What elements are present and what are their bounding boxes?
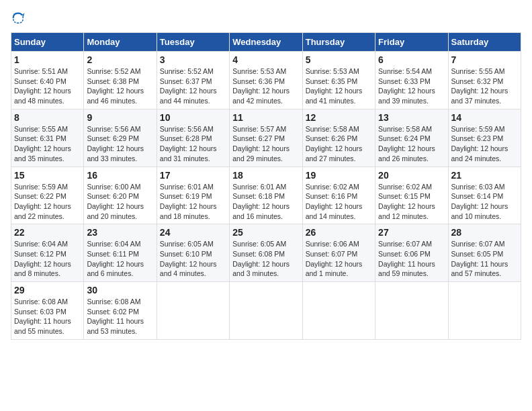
calendar-table: SundayMondayTuesdayWednesdayThursdayFrid… bbox=[11, 32, 521, 340]
calendar-cell: 24Sunrise: 6:05 AMSunset: 6:10 PMDayligh… bbox=[157, 224, 229, 282]
day-number: 22 bbox=[14, 227, 81, 238]
calendar-cell: 15Sunrise: 5:59 AMSunset: 6:22 PMDayligh… bbox=[11, 167, 84, 224]
day-info: Sunrise: 5:58 AMSunset: 6:24 PMDaylight:… bbox=[378, 124, 445, 164]
day-number: 13 bbox=[378, 112, 445, 123]
day-number: 2 bbox=[87, 54, 153, 65]
calendar-cell bbox=[302, 282, 375, 340]
day-number: 9 bbox=[87, 112, 153, 123]
day-info: Sunrise: 5:56 AMSunset: 6:28 PMDaylight:… bbox=[160, 124, 226, 164]
calendar-cell: 8Sunrise: 5:55 AMSunset: 6:31 PMDaylight… bbox=[11, 109, 84, 167]
header-cell-monday: Monday bbox=[84, 33, 157, 52]
calendar-cell: 12Sunrise: 5:58 AMSunset: 6:26 PMDayligh… bbox=[302, 109, 375, 167]
calendar-week-4: 22Sunrise: 6:04 AMSunset: 6:12 PMDayligh… bbox=[11, 224, 521, 282]
day-number: 24 bbox=[160, 227, 226, 238]
calendar-cell: 2Sunrise: 5:52 AMSunset: 6:38 PMDaylight… bbox=[84, 52, 157, 109]
day-number: 25 bbox=[232, 227, 299, 238]
header-cell-wednesday: Wednesday bbox=[230, 33, 302, 52]
day-info: Sunrise: 5:55 AMSunset: 6:32 PMDaylight:… bbox=[451, 66, 518, 106]
day-info: Sunrise: 6:00 AMSunset: 6:20 PMDaylight:… bbox=[87, 182, 153, 222]
day-number: 18 bbox=[232, 170, 299, 181]
day-info: Sunrise: 5:51 AMSunset: 6:40 PMDaylight:… bbox=[14, 66, 81, 106]
day-info: Sunrise: 6:05 AMSunset: 6:10 PMDaylight:… bbox=[160, 239, 226, 279]
calendar-cell: 4Sunrise: 5:53 AMSunset: 6:36 PMDaylight… bbox=[230, 52, 302, 109]
day-number: 20 bbox=[378, 170, 445, 181]
calendar-cell: 21Sunrise: 6:03 AMSunset: 6:14 PMDayligh… bbox=[448, 167, 521, 224]
day-number: 4 bbox=[232, 54, 299, 65]
calendar-cell: 19Sunrise: 6:02 AMSunset: 6:16 PMDayligh… bbox=[302, 167, 375, 224]
calendar-cell: 5Sunrise: 5:53 AMSunset: 6:35 PMDaylight… bbox=[302, 52, 375, 109]
day-info: Sunrise: 5:52 AMSunset: 6:37 PMDaylight:… bbox=[160, 66, 226, 106]
calendar-cell: 25Sunrise: 6:05 AMSunset: 6:08 PMDayligh… bbox=[230, 224, 302, 282]
header-cell-tuesday: Tuesday bbox=[157, 33, 229, 52]
calendar-cell: 23Sunrise: 6:04 AMSunset: 6:11 PMDayligh… bbox=[84, 224, 157, 282]
day-info: Sunrise: 6:02 AMSunset: 6:16 PMDaylight:… bbox=[306, 182, 372, 222]
calendar-cell: 16Sunrise: 6:00 AMSunset: 6:20 PMDayligh… bbox=[84, 167, 157, 224]
day-info: Sunrise: 5:58 AMSunset: 6:26 PMDaylight:… bbox=[306, 124, 372, 164]
calendar-cell bbox=[230, 282, 302, 340]
logo-icon bbox=[11, 11, 26, 26]
calendar-cell: 11Sunrise: 5:57 AMSunset: 6:27 PMDayligh… bbox=[230, 109, 302, 167]
day-number: 3 bbox=[160, 54, 226, 65]
day-info: Sunrise: 6:06 AMSunset: 6:07 PMDaylight:… bbox=[306, 239, 372, 279]
calendar-cell: 10Sunrise: 5:56 AMSunset: 6:28 PMDayligh… bbox=[157, 109, 229, 167]
calendar-cell: 26Sunrise: 6:06 AMSunset: 6:07 PMDayligh… bbox=[302, 224, 375, 282]
calendar-week-1: 1Sunrise: 5:51 AMSunset: 6:40 PMDaylight… bbox=[11, 52, 521, 109]
header-row: SundayMondayTuesdayWednesdayThursdayFrid… bbox=[11, 33, 521, 52]
day-info: Sunrise: 5:53 AMSunset: 6:36 PMDaylight:… bbox=[232, 66, 299, 106]
day-number: 17 bbox=[160, 170, 226, 181]
day-info: Sunrise: 6:03 AMSunset: 6:14 PMDaylight:… bbox=[451, 182, 518, 222]
day-info: Sunrise: 6:01 AMSunset: 6:18 PMDaylight:… bbox=[232, 182, 299, 222]
calendar-cell: 9Sunrise: 5:56 AMSunset: 6:29 PMDaylight… bbox=[84, 109, 157, 167]
day-info: Sunrise: 6:08 AMSunset: 6:03 PMDaylight:… bbox=[14, 297, 81, 336]
header-cell-friday: Friday bbox=[375, 33, 448, 52]
calendar-cell bbox=[157, 282, 229, 340]
calendar-cell: 6Sunrise: 5:54 AMSunset: 6:33 PMDaylight… bbox=[375, 52, 448, 109]
calendar-cell bbox=[375, 282, 448, 340]
day-number: 29 bbox=[14, 285, 81, 295]
calendar-body: 1Sunrise: 5:51 AMSunset: 6:40 PMDaylight… bbox=[11, 52, 521, 340]
calendar-cell: 1Sunrise: 5:51 AMSunset: 6:40 PMDaylight… bbox=[11, 52, 84, 109]
day-info: Sunrise: 5:57 AMSunset: 6:27 PMDaylight:… bbox=[232, 124, 299, 164]
header-cell-saturday: Saturday bbox=[448, 33, 521, 52]
day-number: 14 bbox=[451, 112, 518, 123]
day-number: 23 bbox=[87, 227, 153, 238]
calendar-cell: 27Sunrise: 6:07 AMSunset: 6:06 PMDayligh… bbox=[375, 224, 448, 282]
calendar-cell: 29Sunrise: 6:08 AMSunset: 6:03 PMDayligh… bbox=[11, 282, 84, 340]
day-info: Sunrise: 6:08 AMSunset: 6:02 PMDaylight:… bbox=[87, 297, 153, 336]
calendar-cell: 7Sunrise: 5:55 AMSunset: 6:32 PMDaylight… bbox=[448, 52, 521, 109]
header-cell-sunday: Sunday bbox=[11, 33, 84, 52]
day-number: 10 bbox=[160, 112, 226, 123]
day-info: Sunrise: 6:02 AMSunset: 6:15 PMDaylight:… bbox=[378, 182, 445, 222]
day-number: 7 bbox=[451, 54, 518, 65]
calendar-week-5: 29Sunrise: 6:08 AMSunset: 6:03 PMDayligh… bbox=[11, 282, 521, 340]
day-number: 21 bbox=[451, 170, 518, 181]
day-number: 16 bbox=[87, 170, 153, 181]
header-cell-thursday: Thursday bbox=[302, 33, 375, 52]
day-info: Sunrise: 5:56 AMSunset: 6:29 PMDaylight:… bbox=[87, 124, 153, 164]
day-info: Sunrise: 5:54 AMSunset: 6:33 PMDaylight:… bbox=[378, 66, 445, 106]
calendar-cell: 20Sunrise: 6:02 AMSunset: 6:15 PMDayligh… bbox=[375, 167, 448, 224]
calendar-cell: 18Sunrise: 6:01 AMSunset: 6:18 PMDayligh… bbox=[230, 167, 302, 224]
logo bbox=[11, 11, 27, 26]
day-number: 30 bbox=[87, 285, 153, 295]
day-info: Sunrise: 5:59 AMSunset: 6:22 PMDaylight:… bbox=[14, 182, 81, 222]
calendar-cell: 30Sunrise: 6:08 AMSunset: 6:02 PMDayligh… bbox=[84, 282, 157, 340]
day-number: 8 bbox=[14, 112, 81, 123]
day-info: Sunrise: 6:07 AMSunset: 6:06 PMDaylight:… bbox=[378, 239, 445, 279]
day-info: Sunrise: 5:53 AMSunset: 6:35 PMDaylight:… bbox=[306, 66, 372, 106]
day-number: 19 bbox=[306, 170, 372, 181]
calendar-cell: 13Sunrise: 5:58 AMSunset: 6:24 PMDayligh… bbox=[375, 109, 448, 167]
day-number: 5 bbox=[306, 54, 372, 65]
calendar-cell: 22Sunrise: 6:04 AMSunset: 6:12 PMDayligh… bbox=[11, 224, 84, 282]
day-info: Sunrise: 6:04 AMSunset: 6:12 PMDaylight:… bbox=[14, 239, 81, 279]
calendar-cell: 14Sunrise: 5:59 AMSunset: 6:23 PMDayligh… bbox=[448, 109, 521, 167]
calendar-cell: 28Sunrise: 6:07 AMSunset: 6:05 PMDayligh… bbox=[448, 224, 521, 282]
day-number: 26 bbox=[306, 227, 372, 238]
header bbox=[11, 11, 521, 26]
day-number: 6 bbox=[378, 54, 445, 65]
day-number: 11 bbox=[232, 112, 299, 123]
calendar-week-2: 8Sunrise: 5:55 AMSunset: 6:31 PMDaylight… bbox=[11, 109, 521, 167]
day-info: Sunrise: 5:52 AMSunset: 6:38 PMDaylight:… bbox=[87, 66, 153, 106]
day-number: 27 bbox=[378, 227, 445, 238]
day-number: 15 bbox=[14, 170, 81, 181]
